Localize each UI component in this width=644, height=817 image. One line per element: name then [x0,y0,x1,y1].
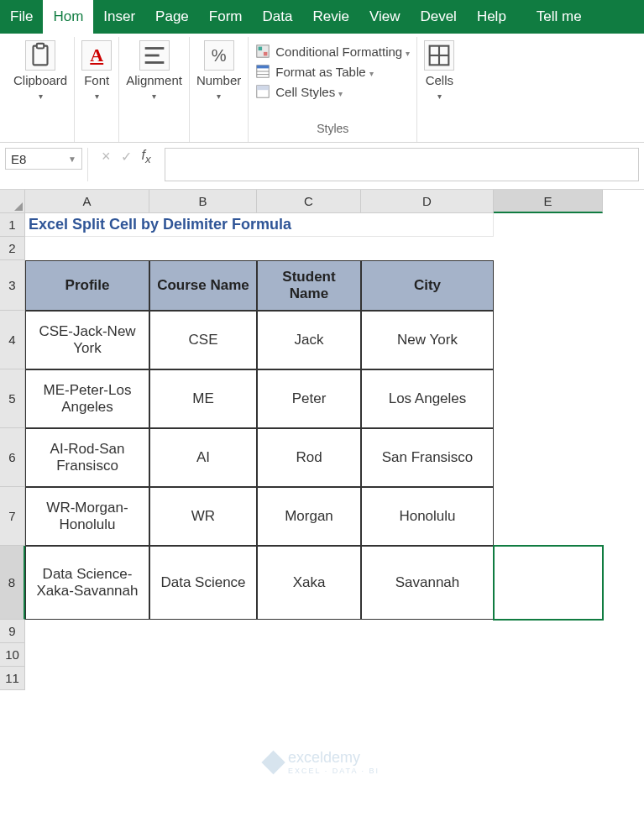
table-cell[interactable]: San Fransisco [361,428,494,487]
ribbon-group-clipboard: Clipboard▾ [7,37,75,142]
ribbon-group-number: %Number▾ [190,37,249,142]
watermark-logo-icon [261,750,285,773]
row-headers: 1234567891011 [0,213,25,690]
table-cell[interactable]: Honolulu [361,487,494,546]
font-button[interactable]: AFont▾ [81,40,112,101]
table-cell[interactable]: AI-Rod-San Fransisco [25,428,149,487]
table-cell[interactable]: Data Science [149,546,257,620]
number-icon: % [204,40,234,71]
row-header-5[interactable]: 5 [0,369,25,428]
table-cell[interactable]: Peter [257,369,361,428]
table-header[interactable]: Student Name [257,260,361,311]
row-header-3[interactable]: 3 [0,260,25,311]
menu-hom[interactable]: Hom [43,0,93,34]
menu-data[interactable]: Data [252,0,302,34]
format-as-table-button[interactable]: Format as Table ▾ [255,64,410,79]
selected-cell[interactable] [494,546,603,620]
table-cell[interactable]: Jack [257,311,361,369]
table-cell[interactable]: ME [149,369,257,428]
grid: ABCDE 1234567891011 Excel Split Cell by … [0,190,644,213]
column-header-B[interactable]: B [149,190,257,213]
table-cell[interactable]: Rod [257,428,361,487]
clipboard-button[interactable]: Clipboard▾ [13,40,67,101]
table-header[interactable]: City [361,260,494,311]
enter-icon[interactable]: ✓ [121,149,132,165]
table-cell[interactable]: WR [149,487,257,546]
conditional-formatting-button[interactable]: Conditional Formatting ▾ [255,44,410,59]
table-cell[interactable]: Data Science-Xaka-Savannah [25,546,149,620]
row-header-4[interactable]: 4 [0,311,25,369]
menu-help[interactable]: Help [467,0,516,34]
table-cell[interactable]: New York [361,311,494,369]
cell-styles-button[interactable]: Cell Styles ▾ [255,84,410,99]
table-cell[interactable]: Savannah [361,546,494,620]
table-cell[interactable]: Los Angeles [361,369,494,428]
watermark: exceldemy EXCEL · DATA · BI [264,749,380,775]
menu-file[interactable]: File [0,0,43,34]
ribbon: Clipboard▾AFont▾Alignment▾%Number▾Condit… [0,34,644,143]
row-header-9[interactable]: 9 [0,620,25,643]
name-box[interactable]: E8 ▼ [5,148,82,170]
formula-bar: E8 ▼ × ✓ fx [0,143,644,190]
fx-icon[interactable]: fx [142,148,151,165]
ribbon-group-styles: Conditional Formatting ▾Format as Table … [249,37,417,142]
ribbon-group-alignment: Alignment▾ [119,37,190,142]
alignment-button[interactable]: Alignment▾ [126,40,182,101]
svg-rect-9 [257,65,269,69]
table-cell[interactable]: Morgan [257,487,361,546]
formula-input[interactable] [165,148,639,181]
column-header-E[interactable]: E [494,190,603,213]
column-headers: ABCDE [0,190,644,213]
row-header-10[interactable]: 10 [0,643,25,667]
font-icon: A [81,40,112,71]
menu-form[interactable]: Form [199,0,253,34]
table-cell[interactable]: CSE-Jack-New York [25,311,149,369]
row-header-1[interactable]: 1 [0,213,25,237]
column-header-D[interactable]: D [361,190,494,213]
table-cell[interactable]: AI [149,428,257,487]
table-cell[interactable]: Xaka [257,546,361,620]
row-header-11[interactable]: 11 [0,667,25,690]
ribbon-group-label: Styles [317,122,348,139]
row-header-8[interactable]: 8 [0,546,25,620]
ribbon-group-cells: Cells▾ [417,37,461,142]
menu-devel[interactable]: Devel [410,0,466,34]
ribbon-group-font: AFont▾ [75,37,119,142]
title-cell[interactable]: Excel Split Cell by Delimiter Formula [25,213,494,237]
row-header-2[interactable]: 2 [0,237,25,260]
select-all-corner[interactable] [0,190,25,213]
svg-rect-13 [257,86,269,90]
table-cell[interactable]: CSE [149,311,257,369]
row-header-7[interactable]: 7 [0,487,25,546]
number-button[interactable]: %Number▾ [196,40,241,101]
table-cell[interactable]: WR-Morgan-Honolulu [25,487,149,546]
svg-rect-7 [264,52,268,56]
row-header-6[interactable]: 6 [0,428,25,487]
table-cell[interactable]: ME-Peter-Los Angeles [25,369,149,428]
cells-icon [424,40,454,71]
svg-rect-6 [259,47,263,51]
cells-button[interactable]: Cells▾ [424,40,454,101]
table-header[interactable]: Profile [25,260,149,311]
menu-inser[interactable]: Inser [93,0,145,34]
alignment-icon [139,40,170,71]
menu-bar: FileHomInserPageFormDataRevieViewDevelHe… [0,0,644,34]
menu-page[interactable]: Page [145,0,199,34]
menu-revie[interactable]: Revie [302,0,359,34]
table-header[interactable]: Course Name [149,260,257,311]
cancel-icon[interactable]: × [102,148,111,165]
clipboard-icon [25,40,55,71]
menu-view[interactable]: View [359,0,411,34]
column-header-C[interactable]: C [257,190,361,213]
column-header-A[interactable]: A [25,190,149,213]
tell-me-input[interactable]: Tell me [530,8,644,25]
svg-rect-1 [37,44,45,49]
